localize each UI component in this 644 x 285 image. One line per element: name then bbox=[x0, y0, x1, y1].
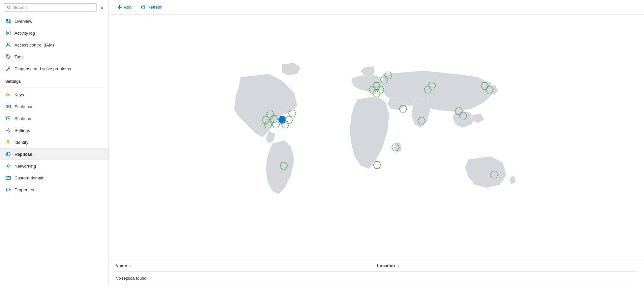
svg-point-26 bbox=[8, 168, 9, 169]
sidebar-item-activity-log[interactable]: Activity log bbox=[0, 27, 108, 39]
sidebar-item-label: Scale out bbox=[15, 104, 32, 109]
sidebar-item-label: Properties bbox=[15, 187, 34, 192]
gear-icon bbox=[5, 127, 11, 133]
sidebar-item-tags[interactable]: Tags bbox=[0, 51, 108, 63]
sidebar-item-access-control[interactable]: Access control (IAM) bbox=[0, 39, 108, 51]
sidebar-item-networking[interactable]: Networking bbox=[0, 160, 108, 172]
scaleup-icon bbox=[5, 115, 11, 121]
sidebar-item-label: Networking bbox=[15, 164, 36, 169]
svg-rect-2 bbox=[6, 19, 8, 21]
add-button[interactable]: Add bbox=[115, 3, 133, 11]
search-box[interactable] bbox=[4, 3, 97, 12]
svg-point-25 bbox=[8, 164, 9, 165]
collapse-button[interactable]: « bbox=[99, 4, 104, 12]
section-divider bbox=[5, 87, 103, 87]
svg-point-20 bbox=[8, 141, 9, 142]
svg-rect-12 bbox=[6, 105, 8, 108]
sidebar-item-label: Tags bbox=[15, 54, 23, 59]
svg-point-11 bbox=[6, 94, 9, 96]
properties-icon bbox=[5, 187, 11, 193]
log-icon bbox=[5, 30, 11, 36]
svg-marker-49 bbox=[281, 121, 289, 128]
sidebar-item-identity[interactable]: Identity bbox=[0, 136, 108, 148]
settings-section-header: Settings bbox=[0, 75, 108, 86]
sidebar-item-keys[interactable]: Keys bbox=[0, 89, 108, 101]
sidebar-item-label: Identity bbox=[15, 140, 28, 145]
sidebar-item-label: Diagnose and solve problems bbox=[15, 66, 71, 71]
iam-icon bbox=[5, 42, 11, 48]
main-content: Add Refresh bbox=[109, 0, 644, 285]
add-label: Add bbox=[124, 5, 132, 10]
sidebar-item-label: Access control (IAM) bbox=[15, 43, 54, 48]
tag-icon bbox=[5, 54, 11, 60]
scaleout-icon bbox=[5, 104, 11, 110]
svg-marker-60 bbox=[373, 161, 381, 168]
svg-point-24 bbox=[7, 165, 9, 167]
svg-rect-6 bbox=[6, 31, 10, 35]
svg-line-1 bbox=[10, 8, 11, 9]
svg-point-0 bbox=[8, 6, 10, 8]
sidebar-search-row: « bbox=[0, 0, 108, 15]
sidebar-item-label: Keys bbox=[15, 92, 24, 97]
location-sort-arrows: ↑↓ bbox=[396, 264, 399, 268]
sidebar-item-settings[interactable]: Settings bbox=[0, 124, 108, 136]
svg-marker-48 bbox=[278, 116, 286, 123]
replicas-icon bbox=[5, 151, 11, 157]
search-icon bbox=[7, 5, 11, 10]
svg-point-10 bbox=[7, 55, 8, 56]
sidebar-item-properties[interactable]: Properties bbox=[0, 184, 108, 196]
svg-point-18 bbox=[8, 130, 9, 131]
sidebar-item-replicas[interactable]: Replicas bbox=[0, 148, 108, 160]
svg-marker-50 bbox=[285, 116, 293, 123]
sidebar-item-label: Scale up bbox=[15, 116, 31, 121]
world-map bbox=[109, 15, 644, 260]
search-input[interactable] bbox=[13, 5, 94, 10]
col-name-label: Name bbox=[115, 263, 127, 268]
sidebar-item-label: Activity log bbox=[15, 31, 35, 36]
identity-icon bbox=[5, 139, 11, 145]
grid-icon bbox=[5, 18, 11, 24]
svg-point-28 bbox=[10, 166, 11, 167]
key-icon bbox=[5, 92, 11, 98]
sidebar: « Overview Activity log Access control (… bbox=[0, 0, 109, 285]
name-sort-arrows: ↑↓ bbox=[128, 264, 132, 268]
sidebar-item-overview[interactable]: Overview bbox=[0, 15, 108, 27]
svg-rect-13 bbox=[9, 105, 11, 108]
sidebar-item-scale-out[interactable]: Scale out bbox=[0, 101, 108, 112]
refresh-label: Refresh bbox=[147, 5, 162, 10]
refresh-button[interactable]: Refresh bbox=[139, 3, 164, 11]
svg-point-9 bbox=[7, 43, 9, 45]
svg-point-27 bbox=[6, 166, 7, 167]
sidebar-item-scale-up[interactable]: Scale up bbox=[0, 112, 108, 124]
toolbar: Add Refresh bbox=[109, 0, 644, 15]
empty-message: No replica found bbox=[115, 272, 637, 285]
sidebar-item-diagnose[interactable]: Diagnose and solve problems bbox=[0, 63, 108, 75]
col-location-label: Location bbox=[377, 263, 395, 268]
svg-rect-3 bbox=[9, 19, 11, 21]
column-name[interactable]: Name ↑↓ bbox=[115, 263, 376, 268]
wrench-icon bbox=[5, 66, 11, 72]
table-header: Name ↑↓ Location ↑↓ bbox=[115, 260, 637, 272]
svg-rect-5 bbox=[9, 21, 11, 23]
sidebar-item-label: Custom domain bbox=[15, 175, 44, 180]
plus-icon bbox=[117, 5, 122, 10]
sidebar-item-label: Settings bbox=[15, 128, 30, 133]
sidebar-item-custom-domain[interactable]: Custom domain bbox=[0, 172, 108, 184]
refresh-icon bbox=[141, 5, 145, 10]
svg-marker-51 bbox=[288, 110, 296, 117]
sidebar-item-label: Overview bbox=[15, 19, 32, 24]
svg-rect-4 bbox=[6, 21, 8, 23]
column-location[interactable]: Location ↑↓ bbox=[377, 263, 637, 268]
table-section: Name ↑↓ Location ↑↓ No replica found bbox=[109, 260, 644, 285]
sidebar-item-label: Replicas bbox=[15, 152, 32, 157]
domain-icon bbox=[5, 175, 11, 181]
networking-icon bbox=[5, 163, 11, 169]
map-svg bbox=[122, 58, 631, 216]
